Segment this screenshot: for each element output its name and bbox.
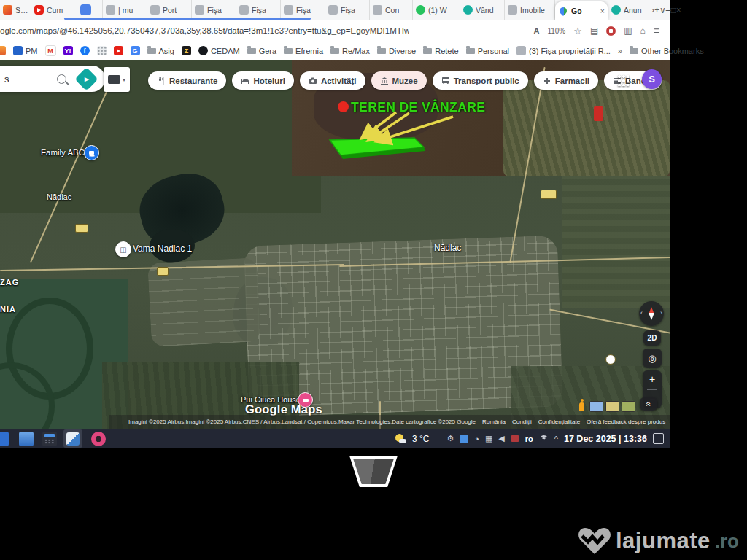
window-close-button[interactable]: ×: [676, 0, 681, 20]
wifi-icon[interactable]: [539, 435, 549, 442]
bookmark-item[interactable]: G: [131, 46, 140, 55]
keyboard-language[interactable]: ro: [525, 435, 533, 443]
bookmark-fisa[interactable]: (3) Fișa proprietății R...: [516, 46, 611, 55]
my-location-button[interactable]: ◎: [643, 349, 662, 368]
settings-tray-icon[interactable]: ⚙: [446, 434, 454, 443]
chip-activitati[interactable]: Activități: [300, 71, 365, 90]
customs-pin-icon[interactable]: ◫: [115, 241, 131, 257]
tray-expand-caret[interactable]: ^: [554, 435, 558, 443]
file-explorer-icon[interactable]: [19, 432, 34, 446]
bookmarks-overflow-icon[interactable]: »: [618, 47, 622, 55]
tab-whatsapp[interactable]: (1) W: [413, 0, 460, 20]
onedrive-tray-icon[interactable]: [460, 435, 468, 443]
clock-datetime[interactable]: 17 Dec 2025 | 13:36: [564, 434, 647, 444]
tab-port[interactable]: Port: [147, 0, 192, 20]
window-minimize-button[interactable]: –: [666, 0, 671, 20]
bookmark-folder-retete[interactable]: Retete: [423, 47, 458, 55]
link-romania[interactable]: România: [482, 419, 506, 425]
link-confidentialitate[interactable]: Confidențialitate: [538, 419, 580, 425]
bookmark-item[interactable]: M: [45, 45, 56, 56]
bookmark-item[interactable]: [114, 46, 123, 55]
bookmark-folder-asig[interactable]: Asig: [147, 47, 174, 55]
chip-transport-public[interactable]: Transport public: [433, 71, 528, 90]
tab-fisa-2[interactable]: Fișa: [236, 0, 281, 20]
search-tabs-icon[interactable]: ∨: [659, 0, 666, 20]
link-conditii[interactable]: Condiții: [512, 419, 532, 425]
browser-menu-icon[interactable]: ≡: [654, 25, 659, 36]
layer-thumbnail[interactable]: [622, 401, 635, 412]
weather-icon[interactable]: [395, 434, 406, 443]
link-feedback[interactable]: Oferă feedback despre produs: [587, 419, 665, 425]
volume-icon[interactable]: ◀: [498, 434, 504, 443]
chip-farmacii[interactable]: Farmacii: [534, 71, 598, 90]
search-icon[interactable]: [57, 74, 66, 84]
url-text[interactable]: ogle.com/maps/@46.1425056,20.7350437,370…: [0, 26, 409, 35]
grid-tray-icon[interactable]: ▦: [485, 434, 492, 443]
tab-close-icon[interactable]: ×: [600, 7, 605, 15]
rotate-left-icon[interactable]: ‹: [640, 309, 643, 316]
pink-app-icon[interactable]: [91, 432, 106, 446]
home-icon[interactable]: ⌂: [640, 26, 646, 36]
chip-muzee[interactable]: Muzee: [371, 71, 427, 90]
poi-label-vama-nadlac[interactable]: Vama Nadlac 1: [133, 244, 192, 254]
new-tab-button[interactable]: +: [654, 0, 659, 20]
calculator-icon[interactable]: [42, 432, 57, 446]
bookmark-folder-efremia[interactable]: Efremia: [284, 47, 323, 55]
chip-hoteluri[interactable]: Hoteluri: [232, 71, 293, 90]
tab-vand[interactable]: Vând: [460, 0, 505, 20]
maps-search-box[interactable]: s ▸: [0, 66, 105, 92]
tab-fisa-4[interactable]: Fișa: [325, 0, 370, 20]
tab-fisa-3[interactable]: Fișa: [281, 0, 325, 20]
compass-control[interactable]: ‹ ›: [639, 301, 664, 326]
translate-icon[interactable]: A: [533, 26, 539, 35]
tab-group-chip[interactable]: [77, 0, 103, 20]
temperature[interactable]: 3 °C: [412, 434, 429, 444]
pegman-icon[interactable]: [579, 402, 584, 411]
extension-icon[interactable]: [606, 26, 616, 36]
bookmark-folder-gera[interactable]: Gera: [247, 47, 276, 55]
save-page-icon[interactable]: ▤: [590, 26, 598, 36]
start-button-icon[interactable]: [0, 432, 9, 446]
account-avatar[interactable]: S: [642, 69, 662, 89]
window-maximize-button[interactable]: □: [671, 0, 676, 20]
red-tray-icon[interactable]: [511, 435, 519, 442]
notification-center-icon[interactable]: [653, 433, 664, 444]
clock-tray-icon[interactable]: ◔: [474, 435, 479, 443]
tab-fisa-1[interactable]: Fișa: [192, 0, 236, 20]
shop-pin-icon[interactable]: [84, 145, 99, 160]
tab-sf[interactable]: Sf P: [0, 0, 31, 20]
other-bookmarks[interactable]: Other Bookmarks: [630, 47, 711, 55]
tab-imobile[interactable]: Imobile: [505, 0, 555, 20]
poi-label-family-abc[interactable]: Family ABC: [41, 148, 85, 157]
tab-google-maps-active[interactable]: Go ×: [555, 1, 608, 20]
tab-cum[interactable]: Cum: [31, 0, 77, 20]
search-input[interactable]: s: [4, 74, 9, 85]
zoom-level[interactable]: 110%: [547, 27, 565, 35]
directions-icon[interactable]: ▸: [74, 67, 98, 91]
toggle-2d-button[interactable]: 2D: [643, 330, 661, 346]
rotate-right-icon[interactable]: ›: [660, 309, 662, 316]
street-view-coverage-toggle[interactable]: ▾: [104, 67, 130, 92]
bookmark-folder-diverse[interactable]: Diverse: [377, 47, 416, 55]
bookmark-folder-personal[interactable]: Personal: [466, 47, 509, 55]
google-maps-satellite-view[interactable]: Family ABC Nădlac ◫ Vama Nadlac 1 Nădlac…: [0, 60, 670, 429]
bookmark-item[interactable]: Y!: [63, 46, 73, 55]
collapse-controls-button[interactable]: «: [640, 397, 657, 411]
active-app-button[interactable]: [63, 429, 82, 448]
bookmark-item[interactable]: Z: [182, 46, 191, 55]
bookmark-favicon[interactable]: [0, 46, 6, 55]
bookmark-folder-remax[interactable]: Re/Max: [330, 47, 370, 55]
tab-con[interactable]: Con: [370, 0, 413, 20]
bookmark-item[interactable]: [97, 46, 107, 55]
zoom-in-button[interactable]: +: [649, 373, 655, 385]
bookmark-item[interactable]: PM: [13, 46, 38, 55]
bookmark-item[interactable]: f: [80, 46, 90, 55]
bookmark-star-icon[interactable]: ☆: [573, 26, 582, 36]
town-label-nadlac-left[interactable]: Nădlac: [47, 192, 71, 201]
chip-restaurante[interactable]: Restaurante: [148, 71, 226, 90]
side-panel-icon[interactable]: ▥: [624, 26, 632, 36]
tab-anun[interactable]: Anun: [608, 0, 651, 20]
tab-mu[interactable]: | mu: [103, 0, 147, 20]
town-label-nadlac-center[interactable]: Nădlac: [434, 243, 461, 253]
google-apps-grid-icon[interactable]: [617, 74, 629, 86]
